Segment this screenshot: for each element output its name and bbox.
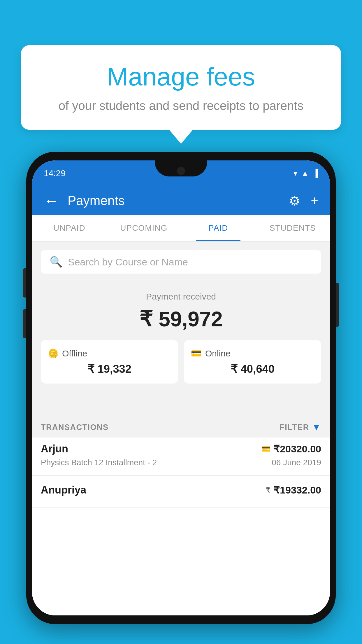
transaction-name: Arjun	[41, 443, 68, 455]
transaction-row[interactable]: Arjun 💳 ₹20320.00 Physics Batch 12 Insta…	[32, 435, 330, 476]
filter-button[interactable]: FILTER ▼	[280, 422, 321, 432]
phone-screen: 14:29 ▾ ▲ ▐ ← Payments ⚙ +	[32, 160, 330, 615]
tab-students[interactable]: STUDENTS	[256, 215, 330, 241]
search-box[interactable]: 🔍 Search by Course or Name	[41, 250, 321, 274]
camera-dot	[177, 167, 185, 175]
transaction-name: Anupriya	[41, 484, 86, 496]
status-icons: ▾ ▲ ▐	[294, 169, 318, 178]
transaction-amount: ₹20320.00	[273, 443, 321, 455]
battery-icon: ▐	[313, 169, 318, 178]
speech-bubble: Manage fees of your students and send re…	[21, 45, 341, 130]
transactions-header: TRANSACTIONS FILTER ▼	[32, 417, 330, 438]
transaction-row[interactable]: Anupriya ₹ ₹19332.00	[32, 476, 330, 508]
signal-icon: ▲	[301, 169, 309, 178]
transaction-top-row: Arjun 💳 ₹20320.00	[41, 443, 321, 455]
online-label: Online	[205, 349, 231, 358]
search-container: 🔍 Search by Course or Name	[32, 245, 330, 279]
phone-mockup: 14:29 ▾ ▲ ▐ ← Payments ⚙ +	[26, 152, 336, 624]
online-amount: ₹ 40,640	[191, 363, 314, 375]
bubble-subtitle: of your students and send receipts to pa…	[36, 98, 326, 114]
transaction-top-row: Anupriya ₹ ₹19332.00	[41, 484, 321, 496]
online-icon: 💳	[191, 348, 202, 358]
settings-icon[interactable]: ⚙	[289, 193, 300, 208]
phone-body: 14:29 ▾ ▲ ▐ ← Payments ⚙ +	[26, 152, 336, 624]
online-card: 💳 Online ₹ 40,640	[184, 340, 321, 384]
filter-icon: ▼	[312, 422, 321, 432]
bubble-title: Manage fees	[36, 63, 326, 91]
offline-card-header: 🪙 Offline	[48, 348, 171, 358]
page-title: Payments	[68, 193, 289, 208]
search-icon: 🔍	[50, 256, 63, 268]
tabs-bar: UNPAID UPCOMING PAID STUDENTS	[32, 215, 330, 242]
payment-section: Payment received ₹ 59,972 🪙 Offline ₹ 19…	[32, 280, 330, 395]
search-input[interactable]: Search by Course or Name	[68, 256, 188, 268]
status-time: 14:29	[44, 168, 66, 178]
header-actions: ⚙ +	[289, 193, 318, 208]
card-payment-icon: 💳	[261, 444, 270, 454]
offline-amount: ₹ 19,332	[48, 363, 171, 375]
payment-cards: 🪙 Offline ₹ 19,332 💳 Online ₹ 40,640	[41, 340, 321, 384]
transaction-amount-row: 💳 ₹20320.00	[261, 443, 321, 455]
back-button[interactable]: ←	[44, 192, 59, 209]
add-icon[interactable]: +	[311, 193, 318, 208]
transaction-amount-row: ₹ ₹19332.00	[266, 484, 321, 496]
transaction-bottom-row: Physics Batch 12 Installment - 2 06 June…	[41, 458, 321, 467]
tab-upcoming[interactable]: UPCOMING	[107, 215, 181, 241]
payment-received-label: Payment received	[41, 292, 321, 302]
filter-label: FILTER	[280, 423, 309, 432]
tab-paid[interactable]: PAID	[181, 215, 256, 241]
app-header: ← Payments ⚙ +	[32, 186, 330, 215]
transaction-amount: ₹19332.00	[273, 484, 321, 496]
transactions-label: TRANSACTIONS	[41, 423, 109, 432]
offline-icon: 🪙	[48, 348, 59, 358]
offline-label: Offline	[62, 349, 87, 358]
transaction-course: Physics Batch 12 Installment - 2	[41, 458, 157, 467]
rupee-payment-icon: ₹	[266, 486, 270, 495]
tab-unpaid[interactable]: UNPAID	[32, 215, 107, 241]
wifi-icon: ▾	[294, 169, 297, 178]
transaction-date: 06 June 2019	[272, 458, 321, 467]
online-card-header: 💳 Online	[191, 348, 314, 358]
transaction-list: Arjun 💳 ₹20320.00 Physics Batch 12 Insta…	[32, 435, 330, 615]
offline-card: 🪙 Offline ₹ 19,332	[41, 340, 178, 384]
payment-total-amount: ₹ 59,972	[41, 307, 321, 331]
